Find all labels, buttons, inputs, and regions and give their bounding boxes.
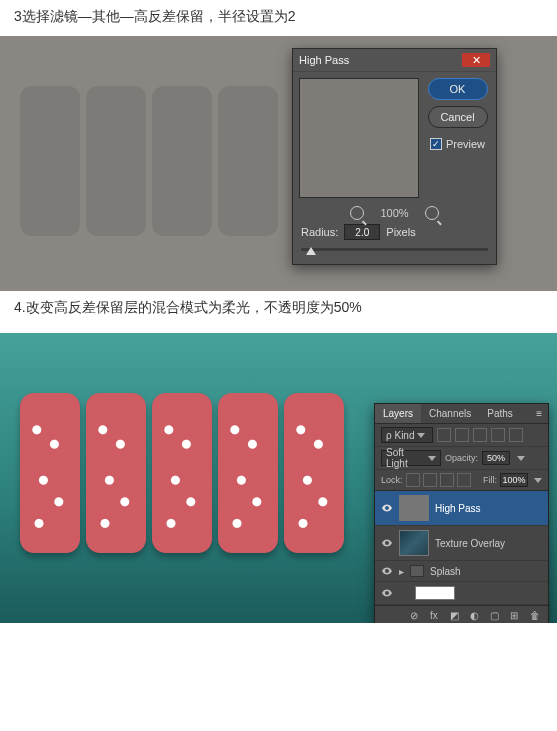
panel-tabs: Layers Channels Paths ≡ <box>375 404 548 424</box>
letter-shape <box>284 393 344 553</box>
background-letters-gray <box>20 86 278 236</box>
filter-adjust-icon[interactable] <box>455 428 469 442</box>
letter-shape <box>20 393 80 553</box>
kind-dropdown[interactable]: ρ Kind <box>381 427 433 443</box>
fx-icon[interactable]: fx <box>430 610 442 622</box>
tab-channels[interactable]: Channels <box>421 404 479 423</box>
zoom-controls: 100% <box>293 204 496 224</box>
high-pass-dialog: High Pass ✕ OK Cancel ✓ Preview 100% Rad… <box>292 48 497 265</box>
lock-transparency-icon[interactable] <box>406 473 420 487</box>
background-letters-color <box>20 393 344 553</box>
zoom-in-icon[interactable] <box>425 206 439 220</box>
layer-thumbnail[interactable] <box>399 530 429 556</box>
slider-track <box>301 248 488 251</box>
new-layer-icon[interactable]: ⊞ <box>510 610 522 622</box>
opacity-label: Opacity: <box>445 453 478 463</box>
dialog-titlebar[interactable]: High Pass ✕ <box>293 49 496 72</box>
filter-type-icon[interactable] <box>473 428 487 442</box>
ok-button[interactable]: OK <box>428 78 488 100</box>
filter-smart-icon[interactable] <box>509 428 523 442</box>
chevron-down-icon <box>417 433 425 438</box>
letter-shape <box>152 393 212 553</box>
chevron-down-icon <box>428 456 436 461</box>
zoom-percentage: 100% <box>380 207 408 219</box>
trash-icon[interactable]: 🗑 <box>530 610 542 622</box>
lock-row: Lock: Fill: <box>375 470 548 491</box>
layer-thumbnail[interactable] <box>399 495 429 521</box>
layer-row[interactable]: Texture Overlay <box>375 526 548 561</box>
group-folder-icon <box>410 565 424 577</box>
link-layers-icon[interactable]: ⊘ <box>410 610 422 622</box>
filter-row: ρ Kind <box>375 424 548 447</box>
tab-paths[interactable]: Paths <box>479 404 521 423</box>
visibility-eye-icon[interactable] <box>381 502 393 514</box>
letter-shape <box>20 86 80 236</box>
layer-row[interactable] <box>375 582 548 605</box>
layer-name[interactable]: Texture Overlay <box>435 538 505 549</box>
filter-shape-icon[interactable] <box>491 428 505 442</box>
blend-mode-value: Soft Light <box>386 447 425 469</box>
mask-icon[interactable]: ◩ <box>450 610 462 622</box>
letter-shape <box>86 86 146 236</box>
radius-unit: Pixels <box>386 226 415 238</box>
close-icon[interactable]: ✕ <box>462 53 490 67</box>
letter-shape <box>218 393 278 553</box>
letter-shape <box>86 393 146 553</box>
chevron-down-icon[interactable] <box>534 478 542 483</box>
layer-name[interactable]: High Pass <box>435 503 481 514</box>
figure-high-pass: High Pass ✕ OK Cancel ✓ Preview 100% Rad… <box>0 36 557 291</box>
lock-pixels-icon[interactable] <box>423 473 437 487</box>
lock-label: Lock: <box>381 475 403 485</box>
step-4-instruction: 4.改变高反差保留层的混合模式为柔光，不透明度为50% <box>0 291 557 327</box>
radius-slider[interactable] <box>293 248 496 264</box>
adjustment-icon[interactable]: ◐ <box>470 610 482 622</box>
layers-panel: Layers Channels Paths ≡ ρ Kind Soft Ligh… <box>374 403 549 623</box>
checkbox-icon[interactable]: ✓ <box>430 138 442 150</box>
preview-thumbnail[interactable] <box>299 78 419 198</box>
layer-row[interactable]: High Pass <box>375 491 548 526</box>
panel-menu-icon[interactable]: ≡ <box>530 404 548 423</box>
layer-list: High Pass Texture Overlay ▸ Splash <box>375 491 548 605</box>
fill-label: Fill: <box>483 475 497 485</box>
radius-input[interactable] <box>344 224 380 240</box>
lock-position-icon[interactable] <box>440 473 454 487</box>
layer-name[interactable]: Splash <box>430 566 461 577</box>
group-expand-icon[interactable]: ▸ <box>399 566 404 577</box>
panel-footer: ⊘ fx ◩ ◐ ▢ ⊞ 🗑 <box>375 605 548 623</box>
tab-layers[interactable]: Layers <box>375 404 421 423</box>
layer-row[interactable]: ▸ Splash <box>375 561 548 582</box>
blend-mode-dropdown[interactable]: Soft Light <box>381 450 441 466</box>
preview-label: Preview <box>446 138 485 150</box>
filter-pixel-icon[interactable] <box>437 428 451 442</box>
dialog-title: High Pass <box>299 54 349 66</box>
letter-shape <box>152 86 212 236</box>
visibility-eye-icon[interactable] <box>381 587 393 599</box>
figure-result: Layers Channels Paths ≡ ρ Kind Soft Ligh… <box>0 333 557 623</box>
lock-all-icon[interactable] <box>457 473 471 487</box>
fill-input[interactable] <box>500 473 528 487</box>
chevron-down-icon[interactable] <box>517 456 525 461</box>
cancel-button[interactable]: Cancel <box>428 106 488 128</box>
visibility-eye-icon[interactable] <box>381 537 393 549</box>
preview-checkbox-row[interactable]: ✓ Preview <box>430 138 485 150</box>
layer-thumbnail[interactable] <box>415 586 455 600</box>
group-icon[interactable]: ▢ <box>490 610 502 622</box>
zoom-out-icon[interactable] <box>350 206 364 220</box>
radius-label: Radius: <box>301 226 338 238</box>
letter-shape <box>218 86 278 236</box>
slider-thumb-icon[interactable] <box>306 247 316 255</box>
visibility-eye-icon[interactable] <box>381 565 393 577</box>
step-3-instruction: 3选择滤镜—其他—高反差保留，半径设置为2 <box>0 0 557 36</box>
blend-row: Soft Light Opacity: <box>375 447 548 470</box>
kind-label: ρ Kind <box>386 430 414 441</box>
opacity-input[interactable] <box>482 451 510 465</box>
